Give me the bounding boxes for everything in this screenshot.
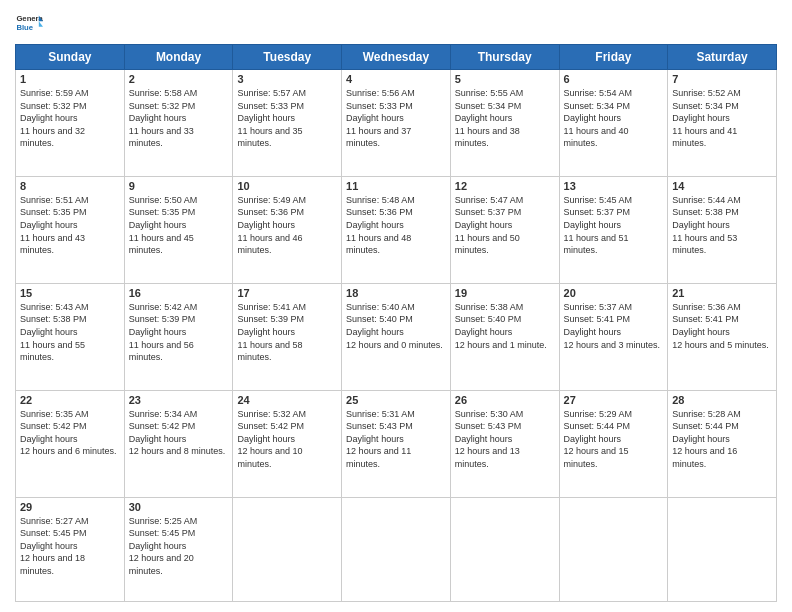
day-cell: 20Sunrise: 5:37 AMSunset: 5:41 PMDayligh… bbox=[559, 283, 668, 390]
day-info: Sunrise: 5:28 AMSunset: 5:44 PMDaylight … bbox=[672, 408, 772, 471]
day-info: Sunrise: 5:25 AMSunset: 5:45 PMDaylight … bbox=[129, 515, 229, 578]
weekday-header-thursday: Thursday bbox=[450, 45, 559, 70]
day-cell: 14Sunrise: 5:44 AMSunset: 5:38 PMDayligh… bbox=[668, 176, 777, 283]
day-info: Sunrise: 5:35 AMSunset: 5:42 PMDaylight … bbox=[20, 408, 120, 458]
day-cell bbox=[233, 497, 342, 601]
day-number: 23 bbox=[129, 394, 229, 406]
day-cell: 8Sunrise: 5:51 AMSunset: 5:35 PMDaylight… bbox=[16, 176, 125, 283]
day-info: Sunrise: 5:42 AMSunset: 5:39 PMDaylight … bbox=[129, 301, 229, 364]
day-info: Sunrise: 5:31 AMSunset: 5:43 PMDaylight … bbox=[346, 408, 446, 471]
day-number: 14 bbox=[672, 180, 772, 192]
day-cell: 28Sunrise: 5:28 AMSunset: 5:44 PMDayligh… bbox=[668, 390, 777, 497]
day-number: 7 bbox=[672, 73, 772, 85]
day-number: 20 bbox=[564, 287, 664, 299]
day-cell: 21Sunrise: 5:36 AMSunset: 5:41 PMDayligh… bbox=[668, 283, 777, 390]
day-number: 3 bbox=[237, 73, 337, 85]
page: General Blue SundayMondayTuesdayWednesda… bbox=[0, 0, 792, 612]
day-number: 30 bbox=[129, 501, 229, 513]
day-number: 13 bbox=[564, 180, 664, 192]
day-number: 6 bbox=[564, 73, 664, 85]
day-info: Sunrise: 5:58 AMSunset: 5:32 PMDaylight … bbox=[129, 87, 229, 150]
day-number: 8 bbox=[20, 180, 120, 192]
weekday-header-sunday: Sunday bbox=[16, 45, 125, 70]
day-cell: 7Sunrise: 5:52 AMSunset: 5:34 PMDaylight… bbox=[668, 70, 777, 177]
day-info: Sunrise: 5:34 AMSunset: 5:42 PMDaylight … bbox=[129, 408, 229, 458]
week-row-3: 22Sunrise: 5:35 AMSunset: 5:42 PMDayligh… bbox=[16, 390, 777, 497]
day-number: 5 bbox=[455, 73, 555, 85]
day-info: Sunrise: 5:43 AMSunset: 5:38 PMDaylight … bbox=[20, 301, 120, 364]
day-info: Sunrise: 5:29 AMSunset: 5:44 PMDaylight … bbox=[564, 408, 664, 471]
day-info: Sunrise: 5:51 AMSunset: 5:35 PMDaylight … bbox=[20, 194, 120, 257]
day-number: 2 bbox=[129, 73, 229, 85]
day-cell: 6Sunrise: 5:54 AMSunset: 5:34 PMDaylight… bbox=[559, 70, 668, 177]
day-cell: 12Sunrise: 5:47 AMSunset: 5:37 PMDayligh… bbox=[450, 176, 559, 283]
day-number: 17 bbox=[237, 287, 337, 299]
day-cell: 24Sunrise: 5:32 AMSunset: 5:42 PMDayligh… bbox=[233, 390, 342, 497]
day-info: Sunrise: 5:38 AMSunset: 5:40 PMDaylight … bbox=[455, 301, 555, 351]
weekday-header-saturday: Saturday bbox=[668, 45, 777, 70]
day-number: 29 bbox=[20, 501, 120, 513]
day-info: Sunrise: 5:48 AMSunset: 5:36 PMDaylight … bbox=[346, 194, 446, 257]
day-cell: 17Sunrise: 5:41 AMSunset: 5:39 PMDayligh… bbox=[233, 283, 342, 390]
day-number: 1 bbox=[20, 73, 120, 85]
weekday-header-wednesday: Wednesday bbox=[342, 45, 451, 70]
day-number: 9 bbox=[129, 180, 229, 192]
day-cell: 1Sunrise: 5:59 AMSunset: 5:32 PMDaylight… bbox=[16, 70, 125, 177]
svg-text:Blue: Blue bbox=[16, 23, 33, 32]
day-cell: 5Sunrise: 5:55 AMSunset: 5:34 PMDaylight… bbox=[450, 70, 559, 177]
header: General Blue bbox=[15, 10, 777, 38]
day-info: Sunrise: 5:47 AMSunset: 5:37 PMDaylight … bbox=[455, 194, 555, 257]
day-info: Sunrise: 5:36 AMSunset: 5:41 PMDaylight … bbox=[672, 301, 772, 351]
weekday-header-row: SundayMondayTuesdayWednesdayThursdayFrid… bbox=[16, 45, 777, 70]
weekday-header-monday: Monday bbox=[124, 45, 233, 70]
day-info: Sunrise: 5:27 AMSunset: 5:45 PMDaylight … bbox=[20, 515, 120, 578]
day-cell: 29Sunrise: 5:27 AMSunset: 5:45 PMDayligh… bbox=[16, 497, 125, 601]
day-number: 10 bbox=[237, 180, 337, 192]
day-info: Sunrise: 5:44 AMSunset: 5:38 PMDaylight … bbox=[672, 194, 772, 257]
day-cell bbox=[450, 497, 559, 601]
day-number: 21 bbox=[672, 287, 772, 299]
day-cell: 10Sunrise: 5:49 AMSunset: 5:36 PMDayligh… bbox=[233, 176, 342, 283]
logo: General Blue bbox=[15, 10, 43, 38]
logo-icon: General Blue bbox=[15, 10, 43, 38]
day-number: 4 bbox=[346, 73, 446, 85]
day-number: 11 bbox=[346, 180, 446, 192]
day-info: Sunrise: 5:30 AMSunset: 5:43 PMDaylight … bbox=[455, 408, 555, 471]
day-cell bbox=[668, 497, 777, 601]
day-number: 15 bbox=[20, 287, 120, 299]
day-cell bbox=[559, 497, 668, 601]
day-cell: 26Sunrise: 5:30 AMSunset: 5:43 PMDayligh… bbox=[450, 390, 559, 497]
day-info: Sunrise: 5:59 AMSunset: 5:32 PMDaylight … bbox=[20, 87, 120, 150]
day-info: Sunrise: 5:32 AMSunset: 5:42 PMDaylight … bbox=[237, 408, 337, 471]
day-info: Sunrise: 5:52 AMSunset: 5:34 PMDaylight … bbox=[672, 87, 772, 150]
calendar: SundayMondayTuesdayWednesdayThursdayFrid… bbox=[15, 44, 777, 602]
day-info: Sunrise: 5:37 AMSunset: 5:41 PMDaylight … bbox=[564, 301, 664, 351]
week-row-1: 8Sunrise: 5:51 AMSunset: 5:35 PMDaylight… bbox=[16, 176, 777, 283]
day-number: 16 bbox=[129, 287, 229, 299]
weekday-header-friday: Friday bbox=[559, 45, 668, 70]
day-cell: 3Sunrise: 5:57 AMSunset: 5:33 PMDaylight… bbox=[233, 70, 342, 177]
day-info: Sunrise: 5:57 AMSunset: 5:33 PMDaylight … bbox=[237, 87, 337, 150]
day-number: 28 bbox=[672, 394, 772, 406]
day-info: Sunrise: 5:54 AMSunset: 5:34 PMDaylight … bbox=[564, 87, 664, 150]
day-number: 25 bbox=[346, 394, 446, 406]
day-cell: 13Sunrise: 5:45 AMSunset: 5:37 PMDayligh… bbox=[559, 176, 668, 283]
day-number: 22 bbox=[20, 394, 120, 406]
day-cell: 19Sunrise: 5:38 AMSunset: 5:40 PMDayligh… bbox=[450, 283, 559, 390]
day-cell: 2Sunrise: 5:58 AMSunset: 5:32 PMDaylight… bbox=[124, 70, 233, 177]
day-number: 19 bbox=[455, 287, 555, 299]
day-cell: 9Sunrise: 5:50 AMSunset: 5:35 PMDaylight… bbox=[124, 176, 233, 283]
day-cell: 4Sunrise: 5:56 AMSunset: 5:33 PMDaylight… bbox=[342, 70, 451, 177]
day-cell bbox=[342, 497, 451, 601]
week-row-0: 1Sunrise: 5:59 AMSunset: 5:32 PMDaylight… bbox=[16, 70, 777, 177]
week-row-4: 29Sunrise: 5:27 AMSunset: 5:45 PMDayligh… bbox=[16, 497, 777, 601]
weekday-header-tuesday: Tuesday bbox=[233, 45, 342, 70]
day-number: 12 bbox=[455, 180, 555, 192]
day-number: 18 bbox=[346, 287, 446, 299]
day-cell: 25Sunrise: 5:31 AMSunset: 5:43 PMDayligh… bbox=[342, 390, 451, 497]
day-cell: 23Sunrise: 5:34 AMSunset: 5:42 PMDayligh… bbox=[124, 390, 233, 497]
day-info: Sunrise: 5:45 AMSunset: 5:37 PMDaylight … bbox=[564, 194, 664, 257]
day-cell: 30Sunrise: 5:25 AMSunset: 5:45 PMDayligh… bbox=[124, 497, 233, 601]
day-info: Sunrise: 5:56 AMSunset: 5:33 PMDaylight … bbox=[346, 87, 446, 150]
day-number: 24 bbox=[237, 394, 337, 406]
